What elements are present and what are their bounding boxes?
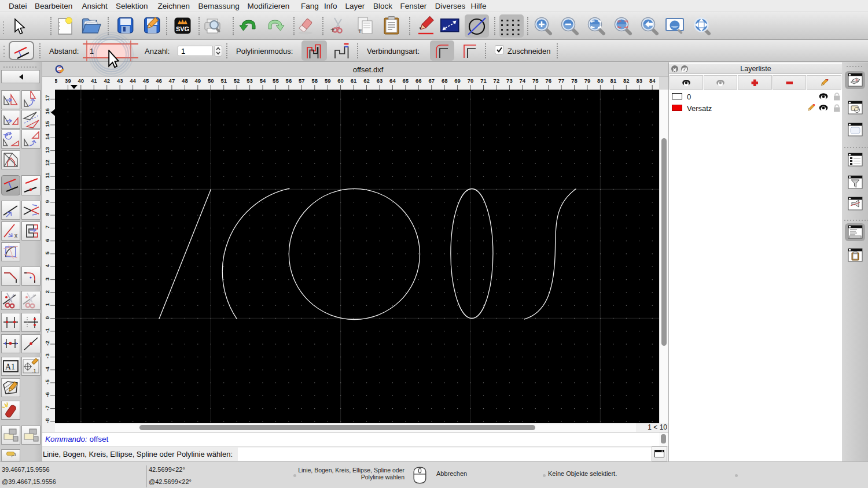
svg-text:x: x: [14, 232, 17, 239]
svg-text:SVG: SVG: [176, 25, 189, 32]
svg-text:+: +: [330, 25, 335, 34]
svg-text:+: +: [358, 27, 362, 35]
svg-text:A1: A1: [5, 363, 15, 371]
svg-text:.1: .1: [32, 368, 36, 374]
